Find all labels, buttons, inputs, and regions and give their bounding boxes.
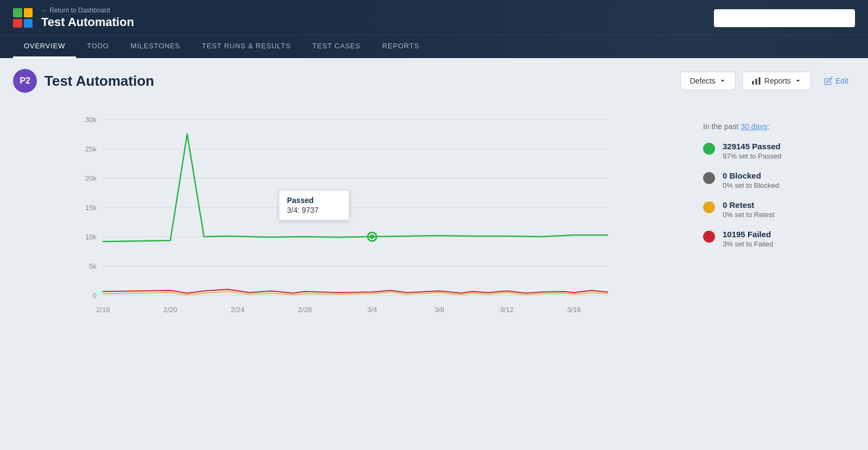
- svg-point-20: [370, 234, 374, 239]
- legend-label-passed: 329145 Passed: [723, 142, 781, 151]
- reports-label: Reports: [764, 77, 791, 85]
- chart-svg-container: 30k 25k 20k 15k 10k 5k 0: [13, 106, 681, 336]
- edit-label: Edit: [835, 77, 848, 85]
- svg-text:2/16: 2/16: [96, 306, 110, 314]
- page-header: P2 Test Automation Defects Reports: [13, 69, 855, 93]
- main-nav: OVERVIEW TODO MILESTONES TEST RUNS & RES…: [0, 35, 868, 58]
- svg-text:0: 0: [93, 291, 97, 300]
- edit-icon: [824, 77, 832, 85]
- page-header-right: Defects Reports Edit: [680, 72, 855, 90]
- defects-button[interactable]: Defects: [680, 72, 735, 90]
- legend-info-retest: 0 Retest 0% set to Retest: [723, 200, 774, 219]
- 30-days-link[interactable]: 30 days: [741, 122, 767, 131]
- logo-cell-green: [13, 8, 22, 17]
- svg-text:2/24: 2/24: [231, 306, 244, 314]
- chart-section: 30k 25k 20k 15k 10k 5k 0: [13, 106, 855, 336]
- nav-item-milestones[interactable]: MILESTONES: [120, 35, 192, 58]
- svg-text:3/8: 3/8: [435, 306, 444, 314]
- edit-button[interactable]: Edit: [818, 72, 855, 90]
- nav-item-test-runs[interactable]: TEST RUNS & RESULTS: [191, 35, 302, 58]
- p2-badge: P2: [13, 69, 37, 93]
- app-title: Test Automation: [41, 15, 134, 29]
- return-to-dashboard-link[interactable]: ← Return to Dashboard: [41, 7, 134, 14]
- legend-dot-retest: [703, 201, 715, 213]
- header: ← Return to Dashboard Test Automation OV…: [0, 0, 868, 58]
- search-input[interactable]: [714, 9, 855, 27]
- chevron-down-icon: [719, 77, 726, 85]
- legend-dot-blocked: [703, 172, 715, 184]
- nav-item-test-cases[interactable]: TEST CASES: [302, 35, 372, 58]
- page-header-left: P2 Test Automation: [13, 69, 154, 93]
- logo-cell-blue: [24, 19, 33, 28]
- legend-info-blocked: 0 Blocked 0% set to Blocked: [723, 171, 779, 189]
- legend-dot-failed: [703, 231, 715, 243]
- chart-legend: In the past 30 days: 329145 Passed 97% s…: [703, 106, 855, 336]
- chart-svg: 30k 25k 20k 15k 10k 5k 0: [13, 106, 681, 334]
- past-days-text: In the past 30 days:: [703, 122, 855, 131]
- legend-item-failed: 10195 Failed 3% set to Failed: [703, 230, 855, 248]
- period-text: In the past: [703, 122, 741, 131]
- legend-item-blocked: 0 Blocked 0% set to Blocked: [703, 171, 855, 189]
- reports-button[interactable]: Reports: [742, 72, 811, 90]
- chart-wrapper: 30k 25k 20k 15k 10k 5k 0: [13, 106, 681, 336]
- legend-sub-blocked: 0% set to Blocked: [723, 181, 779, 189]
- legend-item-retest: 0 Retest 0% set to Retest: [703, 200, 855, 219]
- main-content: P2 Test Automation Defects Reports: [0, 58, 868, 347]
- svg-rect-4: [758, 77, 760, 85]
- svg-text:20k: 20k: [85, 174, 97, 182]
- reports-chevron-icon: [794, 77, 802, 85]
- legend-info-passed: 329145 Passed 97% set to Passed: [723, 142, 781, 160]
- legend-sub-failed: 3% set to Failed: [723, 240, 773, 248]
- svg-text:3/16: 3/16: [567, 306, 580, 314]
- svg-text:10k: 10k: [85, 233, 97, 241]
- legend-dot-passed: [703, 143, 715, 155]
- period-suffix: :: [767, 122, 769, 131]
- svg-text:2/20: 2/20: [163, 306, 177, 314]
- svg-rect-2: [752, 81, 754, 85]
- svg-text:2/28: 2/28: [298, 306, 311, 314]
- header-title-area: ← Return to Dashboard Test Automation: [41, 7, 134, 29]
- header-top: ← Return to Dashboard Test Automation: [0, 0, 868, 35]
- svg-text:5k: 5k: [89, 262, 97, 270]
- legend-label-failed: 10195 Failed: [723, 230, 773, 239]
- logo-cell-yellow: [24, 8, 33, 17]
- header-left: ← Return to Dashboard Test Automation: [13, 7, 134, 29]
- legend-label-retest: 0 Retest: [723, 200, 774, 210]
- logo-cell-red: [13, 19, 22, 28]
- svg-text:25k: 25k: [85, 145, 97, 153]
- svg-rect-3: [755, 79, 757, 85]
- legend-sub-passed: 97% set to Passed: [723, 152, 781, 160]
- svg-text:15k: 15k: [85, 204, 97, 212]
- nav-item-overview[interactable]: OVERVIEW: [13, 35, 76, 58]
- svg-text:3/12: 3/12: [500, 306, 513, 314]
- page-title: Test Automation: [44, 73, 154, 90]
- defects-label: Defects: [690, 77, 715, 85]
- nav-item-reports[interactable]: REPORTS: [372, 35, 430, 58]
- svg-text:30k: 30k: [85, 116, 97, 124]
- legend-sub-retest: 0% set to Retest: [723, 211, 774, 219]
- svg-text:3/4: 3/4: [367, 306, 377, 314]
- legend-info-failed: 10195 Failed 3% set to Failed: [723, 230, 773, 248]
- legend-item-passed: 329145 Passed 97% set to Passed: [703, 142, 855, 160]
- return-label: ← Return to Dashboard: [41, 7, 110, 14]
- nav-item-todo[interactable]: TODO: [76, 35, 120, 58]
- legend-label-blocked: 0 Blocked: [723, 171, 779, 180]
- logo: [13, 8, 33, 28]
- search-wrapper: [714, 9, 855, 27]
- reports-chart-icon: [751, 77, 761, 85]
